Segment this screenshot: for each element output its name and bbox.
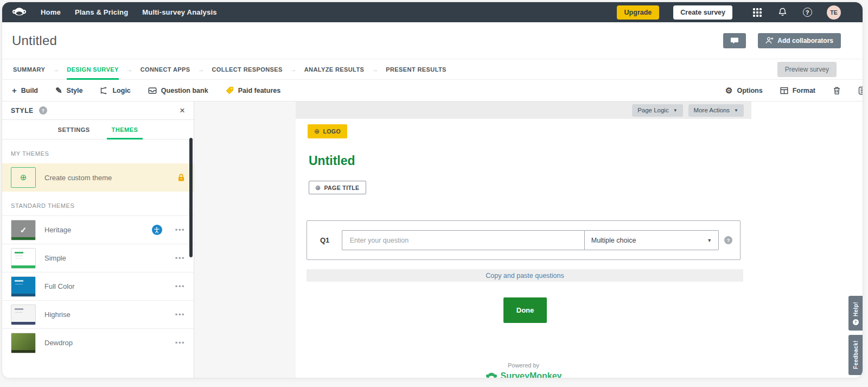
standard-themes-heading: STANDARD THEMES	[2, 192, 194, 215]
survey-canvas: Page Logic ▼ More Actions ▼ ⊕ LOGO Untit…	[296, 101, 751, 378]
feedback-edge-tab[interactable]: Feedback!	[848, 335, 863, 375]
comment-bubble-icon	[730, 37, 739, 45]
copy-paste-questions-link[interactable]: Copy and paste questions	[486, 272, 564, 280]
close-icon[interactable]: ×	[180, 106, 185, 115]
theme-thumbnail: ✓	[11, 220, 36, 240]
sidebar-scrollbar[interactable]	[189, 138, 193, 257]
powered-by-footer: Powered by SurveyMonkey	[296, 362, 751, 378]
theme-row-full-color[interactable]: Full Color •••	[2, 272, 194, 300]
add-collaborators-button[interactable]: Add collaborators	[758, 33, 841, 48]
my-themes-heading: MY THEMES	[2, 139, 194, 163]
question-bank-button[interactable]: Question bank	[148, 87, 208, 94]
page-actions-bar: Page Logic ▼ More Actions ▼	[296, 101, 751, 119]
apps-grid-icon[interactable]	[752, 7, 763, 18]
nav-multi-survey-analysis[interactable]: Multi-survey Analysis	[142, 8, 216, 16]
format-button[interactable]: Format	[780, 87, 815, 94]
pencil-icon: ✎	[55, 86, 62, 94]
canvas-gutter	[194, 101, 296, 378]
tab-design-survey[interactable]: DESIGN SURVEY	[67, 59, 118, 80]
tab-settings[interactable]: SETTINGS	[55, 120, 93, 139]
theme-thumbnail	[11, 276, 36, 297]
create-custom-theme-row[interactable]: ⊕ Create custom theme	[2, 163, 194, 192]
comments-button[interactable]	[723, 33, 746, 48]
lock-icon	[177, 173, 185, 182]
nav-plans-pricing[interactable]: Plans & Pricing	[75, 8, 128, 16]
trash-icon	[833, 86, 841, 95]
done-button[interactable]: Done	[503, 297, 547, 323]
help-icon[interactable]: ?	[802, 7, 813, 18]
style-help-icon[interactable]: ?	[39, 106, 47, 115]
question-number: Q1	[320, 236, 342, 244]
copy-icon	[858, 86, 863, 95]
workflow-arrow-icon: →	[372, 66, 378, 73]
survey-header: Untitled Add collaborators	[2, 22, 863, 59]
more-actions-dropdown[interactable]: More Actions ▼	[688, 104, 744, 117]
workflow-arrow-icon: →	[126, 66, 133, 73]
tab-connect-apps[interactable]: CONNECT APPS	[141, 59, 190, 80]
chevron-down-icon: ▼	[673, 108, 678, 113]
tab-summary[interactable]: SUMMARY	[13, 59, 45, 80]
branch-icon	[100, 87, 108, 94]
survey-name[interactable]: Untitled	[12, 33, 57, 48]
workflow-arrow-icon: →	[198, 66, 205, 73]
tab-present-results[interactable]: PRESENT RESULTS	[386, 59, 446, 80]
style-button[interactable]: ✎ Style	[55, 86, 82, 94]
surveymonkey-logo-icon[interactable]	[12, 7, 27, 18]
theme-thumbnail	[11, 248, 36, 269]
theme-menu-button[interactable]: •••	[175, 282, 185, 290]
create-custom-theme-label: Create custom theme	[44, 174, 169, 182]
paid-features-button[interactable]: Paid features	[226, 86, 281, 94]
chevron-down-icon: ▼	[734, 108, 738, 113]
help-edge-tab[interactable]: Help! ?	[848, 296, 863, 331]
theme-row-heritage[interactable]: ✓ Heritage •••	[2, 215, 194, 244]
style-panel-title: STYLE	[11, 107, 34, 115]
tab-collect-responses[interactable]: COLLECT RESPONSES	[212, 59, 283, 80]
theme-row-simple[interactable]: Simple •••	[2, 244, 194, 272]
page-logic-dropdown[interactable]: Page Logic ▼	[632, 104, 682, 117]
theme-thumbnail	[11, 333, 36, 353]
bank-box-icon	[148, 87, 157, 94]
question-type-help-icon[interactable]: ?	[724, 236, 732, 244]
plus-circle-icon: ⊕	[11, 167, 36, 188]
copy-page-button[interactable]	[858, 86, 863, 95]
options-button[interactable]: ⚙ Options	[725, 86, 763, 94]
theme-menu-button[interactable]: •••	[175, 226, 185, 234]
surveymonkey-wordmark[interactable]: SurveyMonkey	[501, 371, 562, 378]
tab-analyze-results[interactable]: ANALYZE RESULTS	[304, 59, 365, 80]
theme-menu-button[interactable]: •••	[175, 254, 185, 262]
theme-row-highrise[interactable]: Highrise •••	[2, 300, 194, 328]
theme-thumbnail	[11, 304, 36, 325]
surveymonkey-footer-logo-icon	[486, 372, 497, 378]
upgrade-button[interactable]: Upgrade	[617, 5, 660, 20]
gear-icon: ⚙	[725, 86, 732, 94]
copy-paste-band: Copy and paste questions	[307, 269, 743, 282]
format-table-icon	[780, 87, 788, 94]
theme-menu-button[interactable]: •••	[175, 310, 185, 319]
accessibility-badge-icon	[152, 225, 162, 235]
create-survey-button[interactable]: Create survey	[673, 5, 732, 20]
workflow-tabs: SUMMARY → DESIGN SURVEY → CONNECT APPS →…	[2, 59, 863, 80]
question-type-select[interactable]: Multiple choice ▼	[584, 230, 719, 250]
build-button[interactable]: + Build	[12, 86, 38, 94]
chevron-down-icon: ▼	[707, 238, 712, 243]
survey-page-title[interactable]: Untitled	[309, 154, 355, 168]
notifications-bell-icon[interactable]	[777, 7, 788, 18]
plus-circle-icon: ⊕	[314, 128, 320, 135]
add-page-title-button[interactable]: ⊕ PAGE TITLE	[309, 181, 366, 194]
user-avatar[interactable]: TE	[827, 5, 841, 20]
preview-survey-button[interactable]: Preview survey	[777, 62, 837, 77]
nav-home[interactable]: Home	[41, 8, 61, 16]
plus-icon: +	[12, 86, 17, 94]
question-text-input[interactable]	[342, 230, 584, 250]
question-card: Q1 Multiple choice ▼ ?	[307, 220, 741, 260]
add-logo-button[interactable]: ⊕ LOGO	[308, 124, 347, 138]
workflow-arrow-icon: →	[290, 66, 297, 73]
tab-themes[interactable]: THEMES	[109, 120, 141, 139]
logic-button[interactable]: Logic	[100, 87, 130, 94]
top-nav: Home Plans & Pricing Multi-survey Analys…	[2, 2, 863, 22]
delete-page-button[interactable]	[833, 86, 841, 95]
selected-check-icon: ✓	[11, 220, 35, 240]
app-window: Home Plans & Pricing Multi-survey Analys…	[2, 2, 863, 378]
theme-menu-button[interactable]: •••	[175, 339, 185, 347]
theme-row-dewdrop[interactable]: Dewdrop •••	[2, 328, 194, 357]
